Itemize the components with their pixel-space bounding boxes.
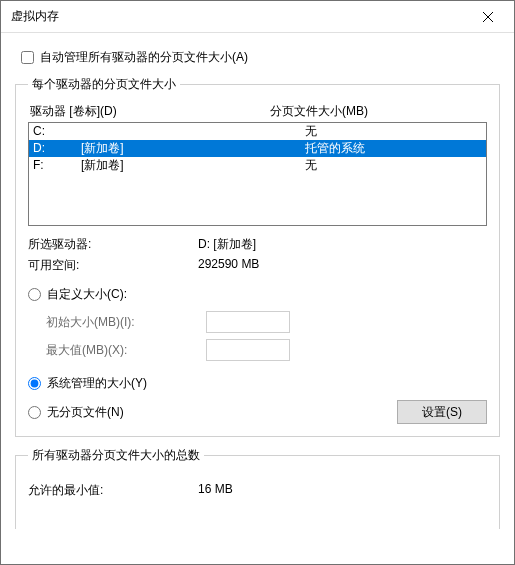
totals-group: 所有驱动器分页文件大小的总数 允许的最小值: 16 MB <box>15 447 500 529</box>
drive-label <box>81 123 305 140</box>
free-space-value: 292590 MB <box>198 257 487 274</box>
close-icon <box>483 12 493 22</box>
max-size-label: 最大值(MB)(X): <box>46 342 206 359</box>
radio-system-label: 系统管理的大小(Y) <box>47 375 147 392</box>
set-button[interactable]: 设置(S) <box>397 400 487 424</box>
max-size-row: 最大值(MB)(X): <box>46 339 487 361</box>
drive-row[interactable]: F:[新加卷]无 <box>29 157 486 174</box>
window-title: 虚拟内存 <box>11 8 59 25</box>
free-space-label: 可用空间: <box>28 257 198 274</box>
drive-row[interactable]: D:[新加卷]托管的系统 <box>29 140 486 157</box>
min-allowed-row: 允许的最小值: 16 MB <box>28 482 487 499</box>
dialog-content: 自动管理所有驱动器的分页文件大小(A) 每个驱动器的分页文件大小 驱动器 [卷标… <box>1 33 514 564</box>
titlebar: 虚拟内存 <box>1 1 514 33</box>
min-allowed-label: 允许的最小值: <box>28 482 198 499</box>
drive-row[interactable]: C:无 <box>29 123 486 140</box>
free-space-row: 可用空间: 292590 MB <box>28 257 487 274</box>
col-header-drive: 驱动器 [卷标](D) <box>30 103 270 120</box>
auto-manage-checkbox-row[interactable]: 自动管理所有驱动器的分页文件大小(A) <box>21 49 500 66</box>
per-drive-legend: 每个驱动器的分页文件大小 <box>28 76 180 93</box>
drive-paging: 无 <box>305 123 482 140</box>
per-drive-group: 每个驱动器的分页文件大小 驱动器 [卷标](D) 分页文件大小(MB) C:无D… <box>15 76 500 437</box>
drive-list[interactable]: C:无D:[新加卷]托管的系统F:[新加卷]无 <box>28 122 487 226</box>
drive-label: [新加卷] <box>81 157 305 174</box>
close-button[interactable] <box>466 2 510 32</box>
size-options: 自定义大小(C): 初始大小(MB)(I): 最大值(MB)(X): 系统管理的… <box>28 286 487 424</box>
drive-letter: C: <box>33 123 81 140</box>
radio-custom-label: 自定义大小(C): <box>47 286 127 303</box>
radio-custom[interactable] <box>28 288 41 301</box>
radio-none[interactable] <box>28 406 41 419</box>
col-header-paging: 分页文件大小(MB) <box>270 103 487 120</box>
initial-size-label: 初始大小(MB)(I): <box>46 314 206 331</box>
initial-size-row: 初始大小(MB)(I): <box>46 311 487 333</box>
drive-letter: F: <box>33 157 81 174</box>
selected-drive-value: D: [新加卷] <box>198 236 487 253</box>
min-allowed-value: 16 MB <box>198 482 233 499</box>
radio-none-row[interactable]: 无分页文件(N) <box>28 404 124 421</box>
selected-drive-row: 所选驱动器: D: [新加卷] <box>28 236 487 253</box>
none-and-set-row: 无分页文件(N) 设置(S) <box>28 400 487 424</box>
drive-label: [新加卷] <box>81 140 305 157</box>
auto-manage-label: 自动管理所有驱动器的分页文件大小(A) <box>40 49 248 66</box>
drive-letter: D: <box>33 140 81 157</box>
max-size-input[interactable] <box>206 339 290 361</box>
selected-drive-label: 所选驱动器: <box>28 236 198 253</box>
radio-none-label: 无分页文件(N) <box>47 404 124 421</box>
drive-list-headers: 驱动器 [卷标](D) 分页文件大小(MB) <box>30 103 487 120</box>
virtual-memory-dialog: 虚拟内存 自动管理所有驱动器的分页文件大小(A) 每个驱动器的分页文件大小 驱动… <box>0 0 515 565</box>
radio-custom-row[interactable]: 自定义大小(C): <box>28 286 487 303</box>
drive-paging: 无 <box>305 157 482 174</box>
auto-manage-checkbox[interactable] <box>21 51 34 64</box>
drive-paging: 托管的系统 <box>305 140 482 157</box>
initial-size-input[interactable] <box>206 311 290 333</box>
radio-system[interactable] <box>28 377 41 390</box>
totals-legend: 所有驱动器分页文件大小的总数 <box>28 447 204 464</box>
radio-system-row[interactable]: 系统管理的大小(Y) <box>28 375 487 392</box>
